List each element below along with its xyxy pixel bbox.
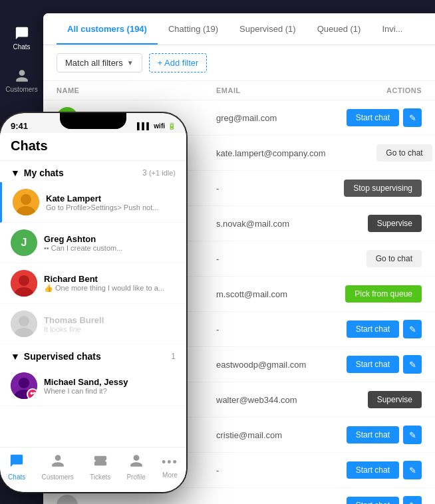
col-name: NAME bbox=[57, 86, 216, 94]
status-time: 9:41 bbox=[11, 121, 28, 131]
chat-name: Michael Sand, Jessy bbox=[44, 377, 176, 387]
my-chats-label: My chats bbox=[24, 168, 64, 178]
phone-header: Chats bbox=[0, 133, 186, 161]
svg-point-10 bbox=[19, 378, 29, 388]
stop-supervising-button[interactable]: Stop supervising bbox=[344, 180, 422, 197]
tickets-nav-icon bbox=[93, 453, 108, 471]
pick-from-queue-button[interactable]: Pick from queue bbox=[345, 285, 422, 303]
phone-screen: 9:41 ▌▌▌ wifi 🔋 Chats ▼ My chats 3 (+1 i… bbox=[0, 113, 186, 492]
chat-item-kate[interactable]: Kate Lampert Go to Profile>Settings> Pus… bbox=[0, 182, 186, 223]
nav-tickets-label: Tickets bbox=[90, 473, 110, 481]
add-filter-label: + Add filter bbox=[158, 58, 199, 68]
edit-button[interactable]: ✎ bbox=[403, 496, 422, 504]
edit-button[interactable]: ✎ bbox=[403, 320, 422, 338]
nav-item-tickets[interactable]: Tickets bbox=[90, 453, 110, 481]
phone-overlay: 9:41 ▌▌▌ wifi 🔋 Chats ▼ My chats 3 (+1 i… bbox=[0, 113, 186, 492]
chats-icon bbox=[14, 25, 30, 41]
tab-all-customers[interactable]: All customers (194) bbox=[57, 13, 158, 45]
col-email: EMAIL bbox=[216, 86, 315, 94]
nav-more-label: More bbox=[162, 471, 178, 479]
more-nav-icon: ••• bbox=[162, 455, 178, 469]
actions-cell: Supervise bbox=[315, 391, 422, 408]
start-chat-button[interactable]: Start chat bbox=[347, 356, 399, 373]
sidebar-customers-label: Customers bbox=[5, 86, 37, 93]
customers-icon bbox=[14, 68, 30, 84]
match-all-filters-button[interactable]: Match all filters ▼ bbox=[57, 53, 142, 72]
supervised-title: ▼ Supervised chats bbox=[11, 351, 101, 362]
nav-profile-label: Profile bbox=[126, 473, 145, 481]
phone-title: Chats bbox=[11, 138, 176, 154]
go-to-chat-button[interactable]: Go to chat bbox=[376, 144, 432, 162]
email-cell: m.scott@mail.com bbox=[216, 289, 315, 299]
edit-button[interactable]: ✎ bbox=[403, 108, 422, 127]
svg-point-4 bbox=[19, 275, 29, 286]
start-chat-button[interactable]: Start chat bbox=[347, 109, 399, 126]
avatar bbox=[11, 270, 37, 297]
go-to-chat-button[interactable]: Go to chat bbox=[366, 250, 422, 267]
tab-queued[interactable]: Queued (1) bbox=[307, 13, 372, 45]
chat-preview: It looks fine bbox=[44, 325, 176, 333]
chat-info: Kate Lampert Go to Profile>Settings> Pus… bbox=[46, 193, 176, 211]
add-filter-button[interactable]: + Add filter bbox=[149, 53, 208, 72]
nav-item-chats[interactable]: Chats bbox=[8, 453, 25, 481]
actions-cell: Start chat ✎ bbox=[315, 426, 422, 444]
actions-cell: Go to chat bbox=[326, 144, 432, 162]
actions-cell: Start chat ✎ bbox=[315, 461, 422, 479]
chat-info: Michael Sand, Jessy Where I can find it? bbox=[44, 377, 176, 395]
phone-bottom-nav: Chats Customers Tickets bbox=[0, 447, 186, 492]
sidebar-item-customers[interactable]: Customers bbox=[3, 63, 40, 98]
nav-chats-label: Chats bbox=[8, 473, 25, 481]
chat-item-richard[interactable]: Richard Bent One more thing I would like… bbox=[0, 263, 186, 304]
nav-item-customers[interactable]: Customers bbox=[41, 453, 73, 481]
avatar bbox=[13, 189, 39, 215]
status-icons: ▌▌▌ wifi 🔋 bbox=[137, 122, 176, 130]
start-chat-button[interactable]: Start chat bbox=[347, 497, 399, 504]
chat-preview: Where I can find it? bbox=[44, 387, 176, 395]
avatar bbox=[11, 372, 37, 399]
tab-chatting[interactable]: Chatting (19) bbox=[158, 13, 229, 45]
signal-icon: ▌▌▌ bbox=[137, 122, 151, 130]
supervised-chats-section-header: ▼ Supervised chats 1 bbox=[0, 344, 186, 366]
edit-button[interactable]: ✎ bbox=[403, 355, 422, 374]
email-cell: - bbox=[216, 501, 315, 505]
supervise-button[interactable]: Supervise bbox=[368, 391, 422, 408]
chat-item-michael[interactable]: Michael Sand, Jessy Where I can find it? bbox=[0, 366, 186, 406]
nav-item-profile[interactable]: Profile bbox=[126, 453, 145, 481]
chevron-down-icon: ▼ bbox=[11, 168, 20, 178]
chat-name: Kate Lampert bbox=[46, 193, 176, 203]
tab-supervised[interactable]: Supervised (1) bbox=[229, 13, 307, 45]
email-cell: - bbox=[216, 465, 315, 475]
sidebar-item-chats[interactable]: Chats bbox=[3, 20, 40, 56]
avatar bbox=[11, 311, 37, 337]
chat-info: Richard Bent One more thing I would like… bbox=[44, 274, 176, 293]
svg-point-12 bbox=[31, 392, 33, 395]
actions-cell: Go to chat bbox=[315, 250, 422, 267]
chat-item-thomas[interactable]: Thomas Burell It looks fine bbox=[0, 304, 186, 344]
svg-point-1 bbox=[21, 194, 31, 205]
email-cell: s.novak@mail.com bbox=[216, 219, 315, 229]
start-chat-button[interactable]: Start chat bbox=[347, 426, 399, 443]
edit-button[interactable]: ✎ bbox=[403, 426, 422, 444]
col-actions: ACTIONS bbox=[315, 86, 422, 94]
chat-preview: One more thing I would like to a... bbox=[44, 284, 176, 293]
nav-item-more[interactable]: ••• More bbox=[162, 455, 178, 479]
phone-content: Chats ▼ My chats 3 (+1 idle) bbox=[0, 133, 186, 447]
profile-nav-icon bbox=[129, 453, 144, 471]
start-chat-button[interactable]: Start chat bbox=[347, 461, 399, 479]
chat-preview: Go to Profile>Settings> Push not... bbox=[46, 203, 176, 211]
start-chat-button[interactable]: Start chat bbox=[347, 320, 399, 338]
supervised-count: 1 bbox=[171, 352, 176, 361]
match-all-filters-label: Match all filters bbox=[65, 58, 123, 68]
tabs-bar: All customers (194) Chatting (19) Superv… bbox=[43, 13, 435, 45]
avatar: J bbox=[11, 229, 37, 256]
email-cell: greg@mail.com bbox=[216, 113, 315, 123]
supervise-button[interactable]: Supervise bbox=[368, 215, 422, 232]
chat-item-greg[interactable]: J Greg Ashton •• Can I create custom... bbox=[0, 223, 186, 263]
customers-nav-icon bbox=[51, 453, 65, 471]
avatar bbox=[57, 495, 78, 504]
chevron-down-icon: ▼ bbox=[11, 351, 20, 362]
supervised-label: Supervised chats bbox=[24, 351, 101, 362]
email-cell: eastwoodp@gmail.com bbox=[216, 360, 315, 370]
tab-invited[interactable]: Invi... bbox=[371, 13, 413, 45]
edit-button[interactable]: ✎ bbox=[403, 461, 422, 479]
